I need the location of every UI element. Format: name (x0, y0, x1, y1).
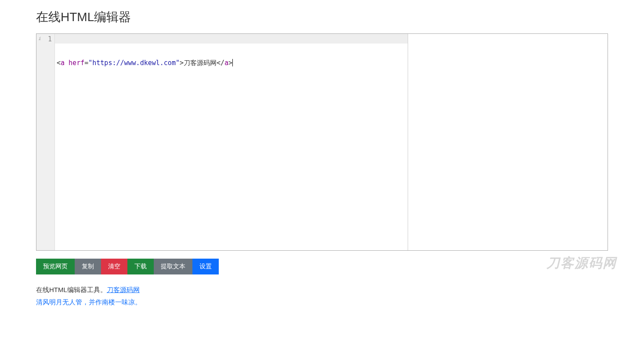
extract-text-button[interactable]: 提取文本 (154, 259, 192, 274)
code-token-tag: a (224, 59, 228, 67)
code-token-attr: herf (69, 59, 84, 67)
code-token-bracket: </ (217, 59, 224, 67)
code-token-text: 刀客源码网 (184, 59, 217, 67)
code-token-space (65, 59, 69, 67)
footer-desc: 在线HTML编辑器工具。 (36, 286, 107, 293)
preview-button[interactable]: 预览网页 (36, 259, 75, 274)
editor-split-pane: i 1 <a herf="https://www.dkewl.com">刀客源码… (36, 33, 608, 251)
code-input[interactable]: <a herf="https://www.dkewl.com">刀客源码网</a… (55, 34, 408, 250)
footer-link[interactable]: 刀客源码网 (107, 286, 140, 293)
preview-pane (408, 34, 608, 250)
code-gutter: i 1 (36, 34, 55, 250)
code-token-eq: = (84, 59, 88, 67)
code-token-bracket: > (180, 59, 184, 67)
code-editor-pane: i 1 <a herf="https://www.dkewl.com">刀客源码… (36, 34, 408, 250)
download-button[interactable]: 下载 (127, 259, 154, 274)
footer: 在线HTML编辑器工具。刀客源码网 清风明月无人管，并作南楼一味凉。 (36, 284, 608, 307)
page-title: 在线HTML编辑器 (36, 9, 608, 26)
code-token-tag: a (61, 59, 65, 67)
text-cursor (232, 59, 233, 66)
active-line-highlight (55, 34, 408, 44)
settings-button[interactable]: 设置 (192, 259, 219, 274)
code-token-string: "https://www.dkewl.com" (88, 59, 180, 67)
code-token-bracket: > (228, 59, 232, 67)
copy-button[interactable]: 复制 (75, 259, 101, 274)
code-token-bracket: < (57, 59, 61, 67)
info-icon: i (38, 36, 41, 41)
clear-button[interactable]: 清空 (101, 259, 127, 274)
code-content: <a herf="https://www.dkewl.com">刀客源码网</a… (57, 59, 406, 67)
toolbar: 预览网页 复制 清空 下载 提取文本 设置 (36, 259, 608, 274)
footer-poem-link[interactable]: 清风明月无人管，并作南楼一味凉。 (36, 296, 608, 308)
